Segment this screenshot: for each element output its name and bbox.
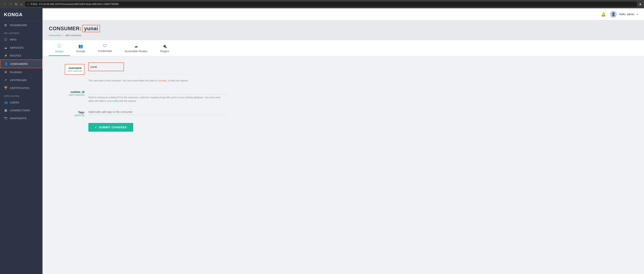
username-sublabel: semi-optional bbox=[68, 70, 82, 72]
tab-plugins-label: Plugins bbox=[160, 50, 169, 53]
browser-nav-buttons: ← → ↻ ⌂ bbox=[2, 2, 23, 7]
sidebar-item-label: CERTIFICATES bbox=[10, 86, 30, 90]
snapshots-icon: 📷 bbox=[4, 116, 8, 120]
tab-groups[interactable]: 👥 Groups bbox=[70, 40, 92, 56]
url-bar[interactable]: ⚠ 不安全 172.16.48.185:1337/#!/consumers/8f… bbox=[25, 2, 637, 7]
submit-row: ✓ SUBMIT CHANGES bbox=[49, 123, 638, 132]
tab-plugins[interactable]: 🔌 Plugins bbox=[154, 40, 176, 56]
username-input-col: The username of the consumer. You must s… bbox=[88, 62, 227, 82]
tags-sublabel: (optional) bbox=[49, 114, 84, 117]
tab-details-label: Details bbox=[55, 50, 64, 53]
sidebar-section-application: APPLICATION bbox=[0, 92, 42, 98]
user-greeting: Hello, admin bbox=[619, 13, 634, 16]
connections-icon: ▦ bbox=[4, 108, 8, 112]
tab-details[interactable]: ⓘ Details bbox=[49, 40, 70, 56]
form-row-username: username semi-optional The username of t… bbox=[49, 62, 227, 82]
sidebar-item-dashboard[interactable]: ⊞ DASHBOARD bbox=[0, 21, 42, 29]
sidebar-item-label: INFO bbox=[10, 38, 16, 41]
tags-input[interactable] bbox=[88, 109, 227, 115]
details-tab-icon: ⓘ bbox=[57, 43, 61, 49]
refresh-button[interactable]: ↻ bbox=[14, 2, 18, 7]
breadcrumb-separator: / bbox=[63, 34, 64, 37]
tab-credentials[interactable]: 🛡 Credentials bbox=[92, 40, 118, 56]
sidebar-item-info[interactable]: ⓘ INFO bbox=[0, 36, 42, 44]
sidebar-item-label: UPSTREAMS bbox=[10, 79, 27, 82]
url-text: 172.16.48.185:1337/#!/consumers/8fa7e054… bbox=[39, 3, 118, 6]
custom-id-sublabel: (semi-optional) bbox=[49, 94, 84, 96]
plugins-icon: ⚙ bbox=[4, 70, 8, 74]
top-navbar: 🔔 👤 Hello, admin ▼ bbox=[42, 8, 644, 20]
sidebar-item-consumers[interactable]: 👤 CONSUMERS bbox=[0, 60, 42, 68]
tabs-bar: ⓘ Details 👥 Groups 🛡 Credentials ☁ Acces… bbox=[42, 40, 644, 56]
browser-actions: ★ bbox=[639, 2, 642, 6]
tags-label: Tags bbox=[49, 111, 84, 114]
page-title-prefix: CONSUMER: bbox=[49, 26, 82, 32]
custom-id-label: custom_id bbox=[49, 90, 84, 94]
form-row-custom-id: custom_id (semi-optional) Field for stor… bbox=[49, 89, 227, 103]
app-layout: KONGA ⊞ DASHBOARD API GATEWAY ⓘ INFO ☁ S… bbox=[0, 8, 644, 274]
navbar-right: 🔔 👤 Hello, admin ▼ bbox=[601, 11, 638, 18]
sidebar-item-label: DASHBOARD bbox=[10, 24, 27, 27]
sidebar-item-label: USERS bbox=[10, 101, 19, 104]
page-title-row: CONSUMER: yunai bbox=[49, 25, 638, 32]
sidebar: KONGA ⊞ DASHBOARD API GATEWAY ⓘ INFO ☁ S… bbox=[0, 8, 42, 274]
breadcrumb-consumers-link[interactable]: consumers bbox=[49, 34, 62, 37]
page-title-name: yunai bbox=[82, 25, 100, 32]
tags-label-col: Tags (optional) bbox=[49, 109, 88, 117]
username-label-box: username semi-optional bbox=[65, 64, 84, 75]
sidebar-item-label: PLUGINS bbox=[10, 71, 22, 74]
bookmark-button[interactable]: ★ bbox=[639, 2, 642, 6]
credentials-tab-icon: 🛡 bbox=[103, 44, 107, 48]
sidebar-item-users[interactable]: 👥 USERS bbox=[0, 98, 42, 106]
security-label: 不安全 bbox=[30, 2, 38, 6]
username-label-col: username semi-optional bbox=[49, 62, 88, 75]
breadcrumb: consumers / edit consumer bbox=[49, 34, 638, 37]
sidebar-item-label: ROUTES bbox=[10, 54, 21, 57]
forward-button[interactable]: → bbox=[8, 2, 13, 7]
username-input[interactable] bbox=[90, 64, 122, 70]
sidebar-item-certificates[interactable]: 🏆 CERTIFICATES bbox=[0, 84, 42, 92]
tags-input-col bbox=[88, 109, 227, 115]
back-button[interactable]: ← bbox=[2, 2, 7, 7]
submit-changes-button[interactable]: ✓ SUBMIT CHANGES bbox=[88, 123, 133, 132]
checkmark-icon: ✓ bbox=[95, 126, 97, 129]
browser-bar: ← → ↻ ⌂ ⚠ 不安全 172.16.48.185:1337/#!/cons… bbox=[0, 0, 644, 8]
form-row-tags: Tags (optional) bbox=[49, 109, 227, 117]
routes-icon: ⚡ bbox=[4, 54, 8, 57]
tab-accessible-routes-label: Accessible Routes bbox=[125, 50, 148, 53]
page-header: CONSUMER: yunai consumers / edit consume… bbox=[42, 20, 644, 40]
upstreams-icon: ↗ bbox=[4, 78, 8, 82]
dashboard-icon: ⊞ bbox=[4, 23, 8, 27]
plugins-tab-icon: 🔌 bbox=[162, 44, 167, 48]
custom-id-input[interactable] bbox=[88, 89, 227, 94]
form-area: username semi-optional The username of t… bbox=[42, 56, 644, 274]
submit-label: SUBMIT CHANGES bbox=[99, 126, 127, 129]
sidebar-item-label: CONNECTIONS bbox=[10, 109, 30, 112]
tab-groups-label: Groups bbox=[76, 50, 86, 53]
main-content: CONSUMER: yunai consumers / edit consume… bbox=[42, 20, 644, 274]
notification-button[interactable]: 🔔 bbox=[601, 12, 606, 16]
chevron-down-icon: ▼ bbox=[636, 13, 638, 16]
certificates-icon: 🏆 bbox=[4, 86, 8, 90]
sidebar-item-label: SERVICES bbox=[10, 46, 24, 49]
sidebar-item-routes[interactable]: ⚡ ROUTES bbox=[0, 52, 42, 60]
sidebar-item-connections[interactable]: ▦ CONNECTIONS bbox=[0, 106, 42, 114]
users-icon: 👥 bbox=[4, 100, 8, 104]
sidebar-item-snapshots[interactable]: 📷 SNAPSHOTS bbox=[0, 114, 42, 122]
sidebar-item-services[interactable]: ☁ SERVICES bbox=[0, 44, 42, 52]
sidebar-logo: KONGA bbox=[0, 8, 42, 21]
breadcrumb-current: edit consumer bbox=[65, 34, 82, 37]
sidebar-item-plugins[interactable]: ⚙ PLUGINS bbox=[0, 68, 42, 76]
username-description: The username of the consumer. You must s… bbox=[88, 79, 227, 82]
tab-credentials-label: Credentials bbox=[98, 50, 112, 52]
home-button[interactable]: ⌂ bbox=[20, 2, 23, 7]
tab-accessible-routes[interactable]: ☁ Accessible Routes bbox=[118, 40, 154, 56]
info-icon: ⓘ bbox=[4, 38, 8, 42]
custom-id-label-col: custom_id (semi-optional) bbox=[49, 89, 88, 96]
sidebar-item-upstreams[interactable]: ↗ UPSTREAMS bbox=[0, 76, 42, 84]
avatar: 👤 bbox=[610, 11, 617, 18]
username-label: username bbox=[68, 66, 82, 70]
user-menu[interactable]: 👤 Hello, admin ▼ bbox=[610, 11, 638, 18]
sidebar-section-api-gateway: API GATEWAY bbox=[0, 29, 42, 36]
services-icon: ☁ bbox=[4, 46, 8, 50]
